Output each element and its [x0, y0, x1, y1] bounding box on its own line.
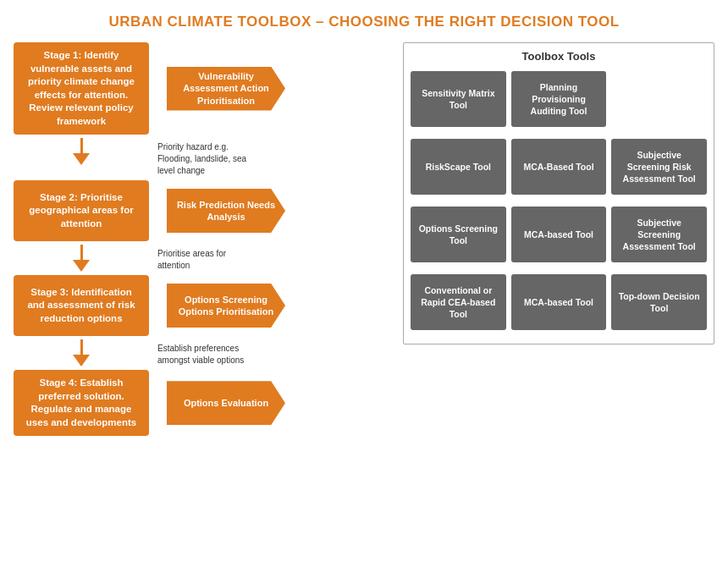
- tool-subjective-assessment: Subjective Screening Assessment Tool: [611, 207, 707, 262]
- toolbox-row-4: Conventional or Rapid CEA-based Tool MCA…: [411, 274, 707, 330]
- tool-options-screening: Options Screening Tool: [411, 207, 506, 262]
- tool-mca-based-1: MCA-Based Tool: [511, 139, 607, 195]
- stage4-box: Stage 4: Establish preferred solution. R…: [14, 370, 149, 436]
- down-head-3: [73, 355, 90, 366]
- stage3-box: Stage 3: Identification and assessment o…: [14, 275, 149, 336]
- action2-arrow: Risk Prediction Needs Analysis: [154, 185, 298, 236]
- between2: Prioritise areas for attention: [14, 245, 403, 272]
- down-line-2: [80, 245, 83, 260]
- flow-diagram: Stage 1: Identify vulnerable assets and …: [14, 42, 403, 436]
- down-head-2: [73, 260, 90, 272]
- side-note-2: Prioritise areas for attention: [157, 248, 259, 272]
- action4-label: Options Evaluation: [167, 381, 285, 425]
- action1-arrow: Vulnerability Assessment Action Prioriti…: [154, 63, 298, 114]
- toolbox-panel: Toolbox Tools Sensitivity Matrix Tool Pl…: [403, 42, 714, 344]
- page-title: URBAN CLIMATE TOOLBOX – CHOOSING THE RIG…: [14, 14, 714, 30]
- between3: Establish preferences amongst viable opt…: [14, 339, 403, 366]
- action3-arrow: Options Screening Options Prioritisation: [154, 280, 298, 331]
- stage4-row: Stage 4: Establish preferred solution. R…: [14, 370, 403, 436]
- between1: Priority hazard e.g. Flooding, landslide…: [14, 138, 403, 177]
- tool-sensitivity-matrix: Sensitivity Matrix Tool: [411, 71, 506, 127]
- down-head-1: [73, 153, 90, 165]
- stage2-row: Stage 2: Prioritise geographical areas f…: [14, 180, 403, 241]
- main-container: URBAN CLIMATE TOOLBOX – CHOOSING THE RIG…: [14, 14, 714, 436]
- toolbox-title: Toolbox Tools: [411, 50, 707, 63]
- tool-subjective-risk-1: Subjective Screening Risk Assessment Too…: [611, 139, 707, 195]
- tool-mca-based-2: MCA-based Tool: [511, 207, 607, 262]
- action2-label: Risk Prediction Needs Analysis: [167, 189, 285, 233]
- stage1-box: Stage 1: Identify vulnerable assets and …: [14, 42, 149, 135]
- arrow-col-1: [14, 138, 149, 165]
- action1-label: Vulnerability Assessment Action Prioriti…: [167, 67, 285, 111]
- arrow-col-3: [14, 339, 149, 366]
- action3-label: Options Screening Options Prioritisation: [167, 284, 285, 328]
- toolbox-row-2: RiskScape Tool MCA-Based Tool Subjective…: [411, 139, 707, 195]
- content-area: Stage 1: Identify vulnerable assets and …: [14, 42, 714, 436]
- tool-spacer-1: [611, 71, 707, 127]
- tool-topdown-decision: Top-down Decision Tool: [611, 274, 707, 330]
- stage1-row: Stage 1: Identify vulnerable assets and …: [14, 42, 403, 135]
- side-note-3: Establish preferences amongst viable opt…: [157, 343, 259, 366]
- tool-riskscape: RiskScape Tool: [411, 139, 506, 195]
- tool-cea-based: Conventional or Rapid CEA-based Tool: [411, 274, 506, 330]
- down-line-3: [80, 339, 83, 355]
- toolbox-row-1: Sensitivity Matrix Tool Planning Provisi…: [411, 71, 707, 127]
- side-note-1: Priority hazard e.g. Flooding, landslide…: [157, 141, 259, 177]
- tool-mca-based-3: MCA-based Tool: [511, 274, 607, 330]
- tool-planning-provisioning: Planning Provisioning Auditing Tool: [511, 71, 607, 127]
- action4-arrow: Options Evaluation: [154, 377, 298, 428]
- down-line-1: [80, 138, 83, 153]
- arrow-col-2: [14, 245, 149, 272]
- stage2-box: Stage 2: Prioritise geographical areas f…: [14, 180, 149, 241]
- toolbox-row-3: Options Screening Tool MCA-based Tool Su…: [411, 207, 707, 262]
- stage3-row: Stage 3: Identification and assessment o…: [14, 275, 403, 336]
